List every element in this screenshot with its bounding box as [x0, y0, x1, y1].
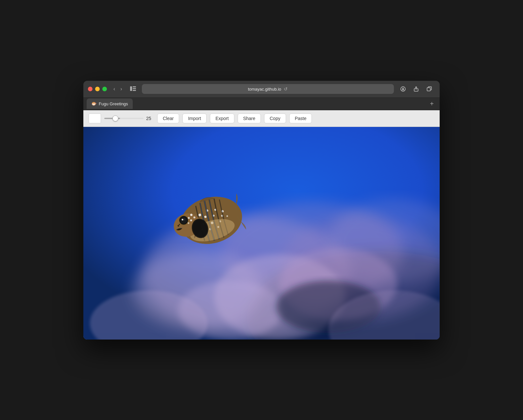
svg-rect-1 [133, 86, 136, 87]
import-button[interactable]: Import [182, 114, 207, 123]
active-tab[interactable]: 🐡 Fugu Greetings [87, 98, 133, 109]
new-tab-button[interactable]: + [427, 99, 436, 108]
browser-action-buttons [397, 84, 435, 94]
brush-size-value: 25 [146, 116, 154, 121]
back-button[interactable]: ‹ [111, 85, 117, 93]
close-button[interactable] [88, 87, 93, 91]
svg-rect-6 [427, 88, 430, 91]
drawing-canvas[interactable] [83, 127, 440, 340]
svg-rect-3 [133, 90, 136, 91]
brush-size-slider[interactable] [104, 118, 143, 119]
sidebar-toggle-button[interactable] [127, 84, 139, 94]
tab-title: Fugu Greetings [99, 101, 128, 106]
reload-button[interactable]: ↺ [284, 86, 288, 92]
traffic-lights [88, 87, 107, 91]
paste-button[interactable]: Paste [289, 114, 312, 123]
duplicate-tab-button[interactable] [423, 84, 435, 94]
tab-favicon: 🐡 [91, 101, 97, 106]
share-button[interactable] [410, 84, 422, 94]
share-drawing-button[interactable]: Share [238, 114, 261, 123]
copy-button[interactable]: Copy [264, 114, 286, 123]
forward-button[interactable]: › [118, 85, 124, 93]
svg-rect-0 [130, 86, 132, 91]
download-button[interactable] [397, 84, 409, 94]
fish-scene-svg [83, 127, 440, 340]
browser-window: ‹ › tomayac.github.io ↺ [83, 81, 440, 340]
clear-button[interactable]: Clear [157, 114, 179, 123]
minimize-button[interactable] [95, 87, 100, 91]
export-button[interactable]: Export [210, 114, 234, 123]
color-picker[interactable] [89, 114, 101, 123]
nav-buttons: ‹ › [111, 85, 124, 93]
url-text: tomayac.github.io [248, 87, 281, 92]
tab-bar: 🐡 Fugu Greetings + [83, 98, 440, 110]
brush-size-control: 25 [104, 116, 154, 121]
title-bar: ‹ › tomayac.github.io ↺ [83, 81, 440, 98]
maximize-button[interactable] [102, 87, 107, 91]
address-bar[interactable]: tomayac.github.io ↺ [142, 84, 394, 94]
svg-rect-2 [133, 88, 136, 89]
app-toolbar: 25 Clear Import Export Share Copy Paste [83, 110, 440, 127]
